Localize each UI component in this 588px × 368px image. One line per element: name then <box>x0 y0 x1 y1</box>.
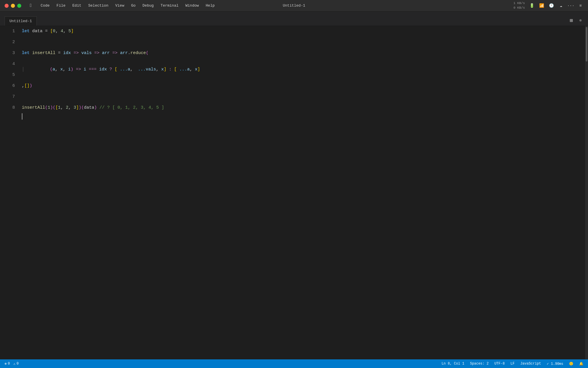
tab-bar: Untitled-1 ⊞ ● <box>0 12 588 26</box>
apple-menu[interactable]:  <box>27 2 36 9</box>
code-line-7: insertAll(1)([1, 2, 3])(data) // ? [ 0, … <box>22 102 581 113</box>
line-ending-indicator[interactable]: LF <box>510 362 514 366</box>
code-menu[interactable]: Code <box>38 2 53 9</box>
edit-menu[interactable]: Edit <box>69 2 84 9</box>
editor-area: 1 2 3 4 5 6 7 8 let data = [0, 4, 5] <box>0 26 588 359</box>
tab-filename: Untitled-1 <box>9 19 32 23</box>
menu-bar:  Code File Edit Selection View Go Debug… <box>27 2 218 9</box>
line-num-1: 1 <box>2 26 15 37</box>
line-num-7: 7 <box>2 91 15 102</box>
tab-bar-icons: ⊞ ● <box>568 18 583 26</box>
window-menu[interactable]: Window <box>183 2 202 9</box>
window-title: Untitled-1 <box>283 3 305 8</box>
status-bar: ⊗ 0 ⚠ 0 Ln 8, Col 1 Spaces: 2 UTF-8 LF J… <box>0 359 588 368</box>
notification-icon[interactable]: 🔔 <box>579 362 583 366</box>
go-menu[interactable]: Go <box>128 2 139 9</box>
close-button[interactable] <box>5 4 9 8</box>
traffic-lights <box>5 4 21 8</box>
code-line-3: let insertAll = idx => vals => arr => ar… <box>22 48 581 59</box>
error-icon: ⊗ <box>5 362 7 366</box>
timing-indicator[interactable]: ✓ 1.90ms <box>547 362 563 366</box>
warning-number: 0 <box>17 362 19 366</box>
cursor-position[interactable]: Ln 8, Col 1 <box>442 362 464 366</box>
cursor <box>22 113 22 120</box>
status-bar-right: Ln 8, Col 1 Spaces: 2 UTF-8 LF JavaScrip… <box>442 362 583 366</box>
title-bar-right: 1 KB/s0 KB/s 🔋 📶 🕐 ☁ ··· ≡ <box>513 1 583 10</box>
line-num-5: 5 <box>2 70 15 80</box>
encoding-indicator[interactable]: UTF-8 <box>494 362 505 366</box>
help-menu[interactable]: Help <box>203 2 218 9</box>
scrollbar-thumb[interactable] <box>586 27 587 62</box>
battery-icon[interactable]: 🔋 <box>529 3 535 9</box>
code-line-6 <box>22 91 581 102</box>
code-content: let data = [0, 4, 5] let insertAll = idx… <box>17 26 585 359</box>
scrollbar[interactable] <box>585 26 588 359</box>
minimize-button[interactable] <box>11 4 15 8</box>
language-indicator[interactable]: JavaScript <box>520 362 541 366</box>
code-line-2 <box>22 37 581 48</box>
line-num-4: 4 <box>2 59 15 70</box>
maximize-button[interactable] <box>17 4 21 8</box>
circle-icon[interactable]: ● <box>578 18 583 23</box>
selection-menu[interactable]: Selection <box>85 2 111 9</box>
error-count[interactable]: ⊗ 0 ⚠ 0 <box>5 362 19 366</box>
network-status: 1 KB/s0 KB/s <box>513 1 525 10</box>
file-menu[interactable]: File <box>54 2 68 9</box>
editor-body: 1 2 3 4 5 6 7 8 let data = [0, 4, 5] <box>0 26 588 359</box>
code-line-5: ,[]) <box>22 80 581 91</box>
clock-icon[interactable]: 🕐 <box>548 3 554 9</box>
terminal-menu[interactable]: Terminal <box>158 2 181 9</box>
code-line-1: let data = [0, 4, 5] <box>22 26 581 37</box>
more-icon[interactable]: ··· <box>568 3 574 9</box>
warning-icon: ⚠ <box>13 362 15 366</box>
list-icon[interactable]: ≡ <box>578 3 583 9</box>
code-line-8 <box>22 113 581 120</box>
feedback-icon[interactable]: 🙂 <box>569 362 573 366</box>
code-line-4: │ (a, x, i) => i === idx ? [ ...a, ...va… <box>22 59 581 80</box>
split-editor-icon[interactable]: ⊞ <box>568 18 574 23</box>
spaces-indicator[interactable]: Spaces: 2 <box>470 362 489 366</box>
title-bar:  Code File Edit Selection View Go Debug… <box>0 0 588 12</box>
line-num-2: 2 <box>2 37 15 48</box>
editor-tab[interactable]: Untitled-1 <box>5 16 37 26</box>
wifi-icon[interactable]: 📶 <box>539 3 544 9</box>
line-num-8: 8 <box>2 102 15 113</box>
line-numbers: 1 2 3 4 5 6 7 8 <box>0 26 17 359</box>
error-number: 0 <box>8 362 10 366</box>
line-num-3: 3 <box>2 48 15 59</box>
cloud-icon[interactable]: ☁ <box>558 3 564 9</box>
title-bar-left:  Code File Edit Selection View Go Debug… <box>5 2 218 9</box>
debug-menu[interactable]: Debug <box>140 2 156 9</box>
view-menu[interactable]: View <box>112 2 127 9</box>
line-num-6: 6 <box>2 80 15 91</box>
